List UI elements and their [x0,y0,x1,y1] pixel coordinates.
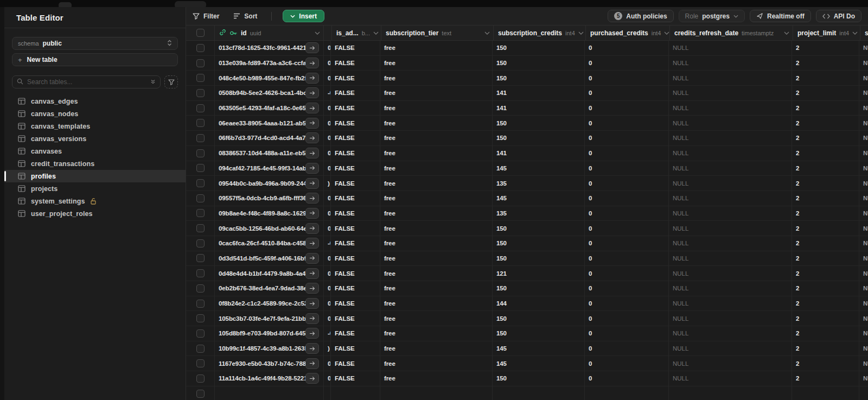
cell-is_admin[interactable] [331,386,380,400]
cell-last[interactable]: NULL [859,341,868,356]
cell-tier[interactable]: free [380,326,493,341]
sidebar-item-profiles[interactable]: profiles [4,170,186,182]
cell-is_admin[interactable]: FALSE [331,176,380,191]
cell-sub_credits[interactable]: 150 [493,221,585,236]
cell-id[interactable]: 0f8b24e2-c1c2-4589-99ce-2c52d... [215,296,324,311]
cell-is_admin[interactable]: FALSE [331,191,380,206]
expand-row-button[interactable] [305,132,319,143]
cell-is_admin[interactable]: FALSE [331,326,380,341]
sidebar-item-credit_transactions[interactable]: credit_transactions [4,157,186,170]
cell-id[interactable]: 09b8ae4e-f48c-4f89-8a8c-1629b... [215,206,324,221]
cell-is_admin[interactable]: FALSE [331,206,380,221]
header-cell-is-ad-[interactable]: is_ad...b... [332,26,381,40]
row-checkbox[interactable] [196,89,205,97]
row-checkbox[interactable] [196,359,205,367]
cell-is_admin[interactable]: FALSE [331,116,380,130]
cell-frag[interactable]: ) [324,341,331,356]
cell-is_admin[interactable]: FALSE [331,281,380,296]
row-checkbox[interactable] [196,374,205,383]
cell-last[interactable]: NULL [859,221,868,236]
cell-limit[interactable]: 2 [792,356,859,371]
cell-frag[interactable]: 0( [324,71,331,85]
cell-tier[interactable]: free [380,41,493,55]
cell-id[interactable]: 10b99c1f-4857-4c39-a8b1-263b8... [215,341,324,356]
cell-last[interactable]: NULL [859,266,868,281]
cell-id[interactable]: 013cf78d-1625-43fc-9961-442189... [215,41,324,55]
row-checkbox[interactable] [196,104,205,112]
cell-frag[interactable]: 0( [324,266,331,281]
cell-frag[interactable]: 0( [324,296,331,311]
expand-row-button[interactable] [305,193,319,204]
cell-refresh[interactable]: NULL [669,311,792,326]
cell-tier[interactable]: free [380,56,493,71]
cell-limit[interactable]: 2 [792,101,859,116]
sidebar-item-user_project_roles[interactable]: user_project_roles [4,207,186,220]
header-cell-credits-refresh-date[interactable]: credits_refresh_datetimestamptz [670,26,793,40]
cell-frag[interactable]: 0( [324,161,331,176]
header-cell-project-limit[interactable]: project_limitint4 [793,26,860,40]
cell-id[interactable]: 0d48e4d4-b1bf-4479-9a8b-4a4b... [215,266,324,281]
cell-tier[interactable]: free [380,236,493,251]
row-checkbox[interactable] [196,390,205,398]
cell-id[interactable]: 0cac6fca-26cf-4510-84ba-c4580... [215,236,324,251]
cell-id[interactable]: 048c4e50-b989-455e-847e-fb2f... [215,71,324,85]
cell-last[interactable]: NULL [859,41,868,55]
cell-limit[interactable]: 2 [792,146,859,161]
cell-sub_credits[interactable]: 150 [493,116,585,130]
row-checkbox[interactable] [196,314,205,322]
cell-limit[interactable]: 2 [792,326,859,341]
cell-frag[interactable]: 0( [324,131,331,145]
insert-button[interactable]: Insert [283,10,324,22]
cell-refresh[interactable]: NULL [669,326,792,341]
cell-limit[interactable]: 2 [792,371,859,386]
row-checkbox[interactable] [196,300,205,308]
cell-limit[interactable]: 2 [792,206,859,221]
cell-tier[interactable]: free [380,86,493,100]
cell-id[interactable]: 0d3d541d-bf5c-459f-a406-16b93... [215,251,324,266]
sidebar-item-canvas_edges[interactable]: canvas_edges [4,95,186,107]
header-cell-purchased-credits[interactable]: purchased_creditsint4 [586,26,670,40]
cell-refresh[interactable]: NULL [669,371,792,386]
cell-is_admin[interactable]: FALSE [331,311,380,326]
cell-last[interactable]: NULL [859,251,868,266]
cell-id[interactable]: 094caf42-7185-4e45-99f3-14abee... [215,161,324,176]
cell-frag[interactable]: 0( [324,221,331,236]
expand-row-button[interactable] [305,148,319,158]
cell-tier[interactable]: free [380,161,493,176]
header-cell-id[interactable]: iduuid [215,26,324,40]
row-checkbox[interactable] [196,134,205,142]
expand-row-button[interactable] [305,58,319,68]
header-cell-subscription-tier[interactable]: subscription_tiertext [381,26,494,40]
cell-id[interactable] [215,386,324,400]
cell-purchased[interactable]: 0 [585,161,669,176]
cell-frag[interactable]: -0 [324,236,331,251]
chevron-double-icon[interactable] [150,77,156,87]
column-menu-chevron-icon[interactable] [484,31,490,35]
cell-tier[interactable] [380,386,493,400]
cell-tier[interactable]: free [380,71,493,85]
cell-is_admin[interactable]: FALSE [331,356,380,371]
cell-purchased[interactable]: 0 [585,191,669,206]
expand-row-button[interactable] [305,208,319,219]
cell-purchased[interactable]: 0 [585,251,669,266]
cell-frag[interactable]: 0( [324,56,331,71]
cell-id[interactable]: 0508b94b-5ee2-4626-bca1-4bca... [215,86,324,100]
cell-sub_credits[interactable]: 141 [493,101,585,116]
cell-sub_credits[interactable]: 150 [493,281,585,296]
realtime-toggle-button[interactable]: Realtime off [750,10,811,22]
cell-id[interactable]: 0eb2b676-38ed-4ea7-9dad-38e6... [215,281,324,296]
cell-refresh[interactable]: NULL [669,101,792,116]
cell-last[interactable]: NULL [859,161,868,176]
cell-id[interactable]: 09544b0c-ba9b-496a-9b09-244... [215,176,324,191]
cell-limit[interactable]: 2 [792,191,859,206]
cell-is_admin[interactable]: FALSE [331,56,380,71]
cell-purchased[interactable]: 0 [585,341,669,356]
expand-row-button[interactable] [305,73,319,84]
row-checkbox[interactable] [196,329,205,338]
cell-last[interactable]: NULL [859,131,868,145]
cell-last[interactable]: NULL [859,56,868,71]
auth-policies-button[interactable]: 5 Auth policies [608,10,673,22]
new-table-button[interactable]: + New table [12,53,178,66]
expand-row-button[interactable] [305,223,319,234]
cell-limit[interactable]: 2 [792,251,859,266]
